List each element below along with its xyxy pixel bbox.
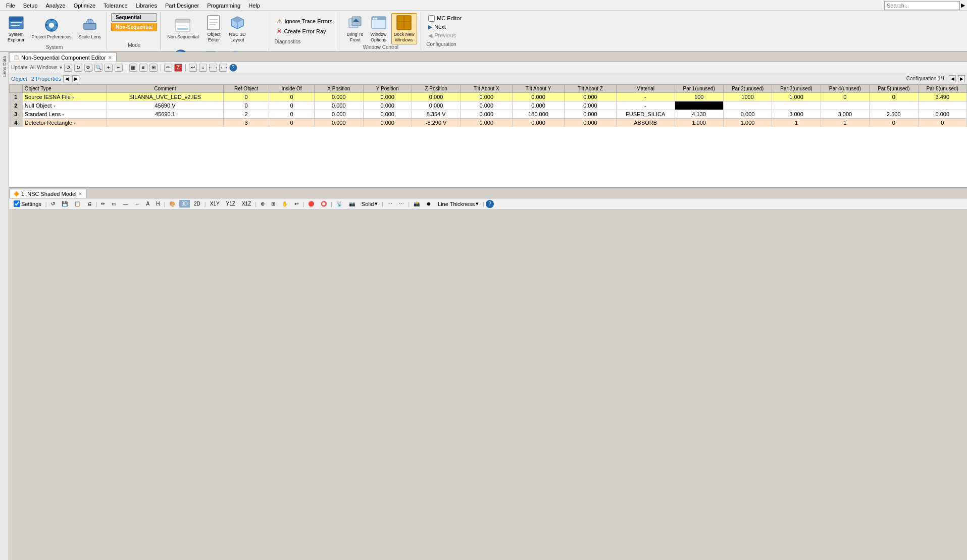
ref-object-3[interactable]: 2 <box>224 110 269 119</box>
search-input[interactable] <box>884 1 960 10</box>
y-pos-1[interactable]: 0.000 <box>363 93 412 101</box>
material-1[interactable]: - <box>616 93 675 101</box>
y-pos-3[interactable]: 0.000 <box>363 110 412 119</box>
par5-4[interactable]: 0 <box>870 119 918 127</box>
material-3[interactable]: FUSED_SILICA <box>616 110 675 119</box>
par1-4[interactable]: 1.000 <box>675 119 723 127</box>
config-next-btn[interactable]: ▶ <box>958 75 965 82</box>
table-row[interactable]: 1Source IESNA File ▾SILANNA_UVC_LED_v2.I… <box>10 93 967 101</box>
tb-zoom-fit[interactable]: ⊞ <box>269 200 278 208</box>
object-tab-link[interactable]: Object <box>11 76 27 82</box>
tilt-x-2[interactable]: 0.000 <box>461 101 513 110</box>
par6-2[interactable] <box>918 101 966 110</box>
next-config-button[interactable]: ▶ Next <box>426 23 464 31</box>
par1-3[interactable]: 4.130 <box>675 110 723 119</box>
window-options-button[interactable]: WindowOptions <box>368 13 389 44</box>
shaded-model-tab[interactable]: 🔶 1: NSC Shaded Model ✕ <box>9 189 87 198</box>
tilt-x-1[interactable]: 0.000 <box>461 93 513 101</box>
tb-xz[interactable]: X1Z <box>239 200 253 208</box>
par5-1[interactable]: 0 <box>870 93 918 101</box>
lens-data-tab[interactable]: Lens Data <box>1 54 8 79</box>
mc-editor-checkbox[interactable] <box>428 15 435 22</box>
tilt-z-1[interactable]: 0.000 <box>564 93 616 101</box>
zoom-in-button[interactable]: + <box>105 64 113 72</box>
tb-rays-off[interactable]: ⭕ <box>318 200 329 208</box>
par1-1[interactable]: 100 <box>675 93 723 101</box>
refresh-button[interactable]: ↺ <box>64 64 72 72</box>
tilt-z-3[interactable]: 0.000 <box>564 110 616 119</box>
tb-line-thickness[interactable]: Line Thickness ▾ <box>435 199 481 208</box>
tb-color[interactable]: 🎨 <box>167 200 178 208</box>
z-pos-4[interactable]: -8.290 V <box>412 119 460 127</box>
tb-more[interactable]: ⋯ <box>385 200 395 208</box>
y-pos-4[interactable]: 0.000 <box>363 119 412 127</box>
tb-refresh[interactable]: ↺ <box>48 200 58 208</box>
par3-2[interactable] <box>772 101 821 110</box>
help-button[interactable]: ? <box>229 64 237 72</box>
tb-view3d[interactable]: 3D <box>179 200 190 208</box>
project-preferences-button[interactable]: Project Preferences <box>29 16 74 41</box>
nav-prev-btn[interactable]: ◀ <box>63 75 70 82</box>
previous-config-button[interactable]: ◀ Previous <box>426 32 464 39</box>
tb-save[interactable]: 💾 <box>59 200 70 208</box>
tb-help[interactable]: ? <box>486 200 494 208</box>
y-pos-2[interactable]: 0.000 <box>363 101 412 110</box>
table-row[interactable]: 4Detector Rectangle ▾300.0000.000-8.290 … <box>10 119 967 127</box>
object-type-4[interactable]: Detector Rectangle ▾ <box>22 119 107 127</box>
tb-view2d[interactable]: 2D <box>191 200 203 208</box>
properties-tab-link[interactable]: 2 Properties <box>31 76 61 82</box>
tb-draw[interactable]: ✏ <box>98 200 108 208</box>
par4-1[interactable]: 0 <box>821 93 869 101</box>
tb-pan[interactable]: ✋ <box>279 200 290 208</box>
tilt-y-2[interactable]: 0.000 <box>513 101 565 110</box>
menu-file[interactable]: File <box>2 2 19 10</box>
shaded-tab-close[interactable]: ✕ <box>78 191 82 196</box>
par4-3[interactable]: 3.000 <box>821 110 869 119</box>
tb-print[interactable]: 🖨 <box>84 200 94 208</box>
tilt-z-2[interactable]: 0.000 <box>564 101 616 110</box>
menu-analyze[interactable]: Analyze <box>41 2 69 10</box>
nav-btn1[interactable]: ↩ <box>189 64 197 72</box>
tilt-y-1[interactable]: 0.000 <box>513 93 565 101</box>
menu-part-designer[interactable]: Part Designer <box>161 2 203 10</box>
edit-btn2[interactable]: Z <box>174 64 182 72</box>
comment-1[interactable]: SILANNA_UVC_LED_v2.IES <box>107 93 223 101</box>
tb-solid[interactable]: Solid ▾ <box>359 199 380 208</box>
x-pos-2[interactable]: 0.000 <box>315 101 363 110</box>
par6-4[interactable]: 0 <box>918 119 966 127</box>
tb-more2[interactable]: ⋯ <box>396 200 406 208</box>
par5-3[interactable]: 2.500 <box>870 110 918 119</box>
tilt-x-4[interactable]: 0.000 <box>461 119 513 127</box>
par5-2[interactable] <box>870 101 918 110</box>
par6-3[interactable]: 0.000 <box>918 110 966 119</box>
tilt-y-3[interactable]: 180.000 <box>513 110 565 119</box>
menu-setup[interactable]: Setup <box>19 2 42 10</box>
refresh-all-button[interactable]: ↻ <box>74 64 82 72</box>
non-sequential-mode-button[interactable]: Non-Sequential <box>111 23 157 31</box>
tb-yz[interactable]: Y1Z <box>224 200 238 208</box>
mc-editor-button[interactable]: MC Editor <box>426 15 464 22</box>
inside-of-3[interactable]: 0 <box>269 110 315 119</box>
menu-help[interactable]: Help <box>244 2 264 10</box>
sequential-mode-button[interactable]: Sequential <box>111 13 157 22</box>
settings-checkbox[interactable] <box>14 200 20 207</box>
par1-2[interactable] <box>675 101 723 110</box>
tb-zoom-region[interactable]: ⊕ <box>258 200 267 208</box>
x-pos-3[interactable]: 0.000 <box>315 110 363 119</box>
tb-screenshot[interactable]: 📸 <box>411 200 422 208</box>
nav-btn2[interactable]: ○ <box>199 64 207 72</box>
ignore-trace-errors-button[interactable]: ⚠ Ignore Trace Errors <box>274 17 335 26</box>
tb-rotate[interactable]: ↩ <box>292 200 301 208</box>
settings-btn[interactable]: Settings <box>11 199 44 208</box>
material-4[interactable]: ABSORB <box>616 119 675 127</box>
tb-record[interactable]: ⏺ <box>424 200 434 208</box>
par3-1[interactable]: 1.000 <box>772 93 821 101</box>
nsc-3d-layout-button[interactable]: NSC 3DLayout <box>226 13 248 44</box>
tb-text2[interactable]: H <box>154 200 162 208</box>
tb-detect[interactable]: 📡 <box>334 200 345 208</box>
inside-of-2[interactable]: 0 <box>269 101 315 110</box>
config-prev-btn[interactable]: ◀ <box>949 75 956 82</box>
z-pos-2[interactable]: 0.000 <box>412 101 460 110</box>
comment-2[interactable]: 45690.V <box>107 101 223 110</box>
tilt-z-4[interactable]: 0.000 <box>564 119 616 127</box>
